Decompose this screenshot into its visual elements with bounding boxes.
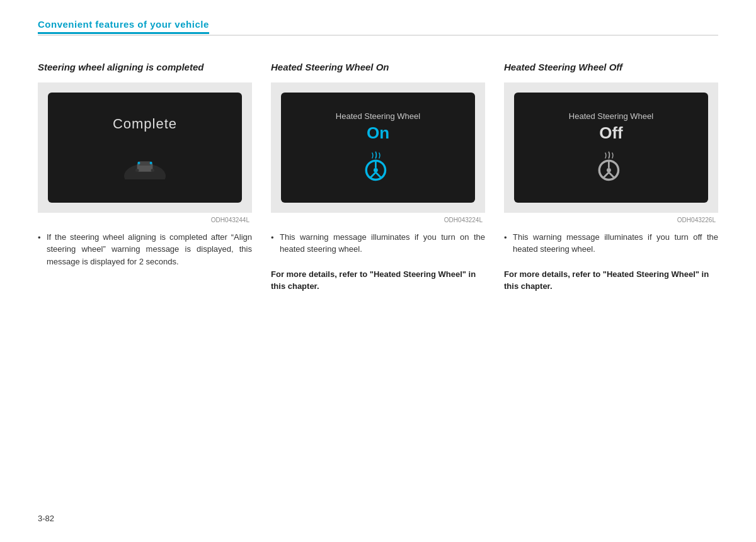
page-number: 3-82 xyxy=(38,514,54,523)
svg-line-11 xyxy=(375,172,381,177)
complete-screen: Complete xyxy=(48,93,242,203)
svg-point-4 xyxy=(150,161,152,164)
page-header: Convenient features of your vehicle xyxy=(38,19,718,36)
image-ref-2: ODH043224L xyxy=(271,217,485,223)
bullet-dot: • xyxy=(38,232,47,244)
bullet-item-2-0: • This warning message illuminates if yo… xyxy=(271,231,485,256)
heated-on-screen: Heated Steering Wheel On xyxy=(281,93,475,203)
bullet-text-1-0: If the steering wheel aligning is comple… xyxy=(47,231,252,268)
bullet-item-1-0: • If the steering wheel aligning is comp… xyxy=(38,231,252,268)
heated-off-screen: Heated Steering Wheel Off xyxy=(514,93,708,203)
bullet-text-3-0: This warning message illuminates if you … xyxy=(513,231,718,256)
svg-line-16 xyxy=(609,172,614,177)
svg-line-15 xyxy=(604,172,609,177)
heated-off-status: Off xyxy=(599,123,623,143)
heated-on-status: On xyxy=(367,123,389,143)
heated-wheel-on-icon xyxy=(361,149,396,184)
bullet-section-3: • This warning message illuminates if yo… xyxy=(504,231,718,261)
svg-point-3 xyxy=(137,161,140,164)
section-title-3: Heated Steering Wheel Off xyxy=(504,61,718,74)
svg-line-10 xyxy=(370,172,375,177)
image-ref-1: ODH043244L xyxy=(38,217,252,223)
note-3: For more details, refer to "Heated Steer… xyxy=(504,268,718,293)
bullet-dot-2: • xyxy=(271,232,280,244)
bullet-text-2-0: This warning message illuminates if you … xyxy=(280,231,485,256)
display-container-1: Complete xyxy=(38,82,252,213)
bullet-section-1: • If the steering wheel aligning is comp… xyxy=(38,231,252,273)
display-container-3: Heated Steering Wheel Off xyxy=(504,82,718,213)
heated-wheel-off-icon xyxy=(594,149,629,184)
bullet-dot-3: • xyxy=(504,232,513,244)
bullet-section-2: • This warning message illuminates if yo… xyxy=(271,231,485,261)
bullet-item-3-0: • This warning message illuminates if yo… xyxy=(504,231,718,256)
display-container-2: Heated Steering Wheel On xyxy=(271,82,485,213)
section-title-1: Steering wheel aligning is completed xyxy=(38,61,252,74)
svg-rect-5 xyxy=(135,169,139,171)
column-2: Heated Steering Wheel On Heated Steering… xyxy=(271,61,485,293)
svg-point-13 xyxy=(606,167,610,172)
column-1: Steering wheel aligning is completed Com… xyxy=(38,61,252,293)
svg-point-8 xyxy=(373,167,377,172)
heated-off-label: Heated Steering Wheel xyxy=(569,111,653,121)
note-2: For more details, refer to "Heated Steer… xyxy=(271,268,485,293)
svg-rect-2 xyxy=(139,161,151,166)
column-3: Heated Steering Wheel Off Heated Steerin… xyxy=(504,61,718,293)
complete-text: Complete xyxy=(113,116,177,132)
image-ref-3: ODH043226L xyxy=(504,217,718,223)
section-title-2: Heated Steering Wheel On xyxy=(271,61,485,74)
heated-on-label: Heated Steering Wheel xyxy=(336,111,420,121)
content-columns: Steering wheel aligning is completed Com… xyxy=(38,61,718,293)
svg-rect-6 xyxy=(151,169,155,171)
steering-wheel-icon xyxy=(123,145,167,179)
header-title: Convenient features of your vehicle xyxy=(38,19,209,34)
